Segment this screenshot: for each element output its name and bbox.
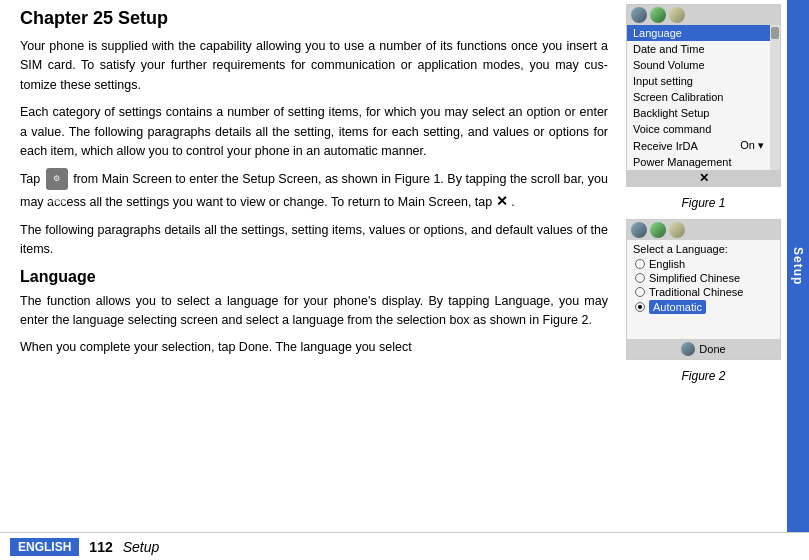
figure-1-header — [627, 5, 780, 25]
header-icon-3 — [669, 7, 685, 23]
menu-list: Language Date and Time Sound Volume Inpu… — [627, 25, 770, 170]
radio-dot-english — [635, 259, 645, 269]
header-icon-2 — [650, 7, 666, 23]
text-content: Chapter 25 Setup Your phone is supplied … — [0, 0, 622, 532]
menu-item-powermgmt[interactable]: Power Management — [627, 154, 770, 170]
setup-icon: ⚙Setup — [46, 168, 68, 190]
setup-side-tab[interactable]: Setup — [787, 0, 809, 532]
header-icon-1 — [631, 7, 647, 23]
radio-dot-automatic — [635, 302, 645, 312]
header-icon-6 — [669, 222, 685, 238]
menu-item-datetime[interactable]: Date and Time — [627, 41, 770, 57]
menu-item-voicecommand[interactable]: Voice command — [627, 121, 770, 137]
done-bar[interactable]: Done — [627, 339, 780, 359]
menu-item-language[interactable]: Language — [627, 25, 770, 41]
figure-2-box: Select a Language: English Simplified Ch… — [626, 219, 781, 360]
radio-dot-simplified — [635, 273, 645, 283]
done-icon — [681, 342, 695, 356]
menu-item-soundvolume[interactable]: Sound Volume — [627, 57, 770, 73]
radio-label-traditional: Traditional Chinese — [649, 286, 743, 298]
radio-automatic[interactable]: Automatic — [627, 299, 780, 315]
paragraph-1: Your phone is supplied with the capabili… — [20, 37, 608, 95]
close-icon: ✕ — [496, 191, 508, 213]
radio-traditional-chinese[interactable]: Traditional Chinese — [627, 285, 780, 299]
done-label: Done — [699, 343, 725, 355]
menu-item-inputsetting[interactable]: Input setting — [627, 73, 770, 89]
radio-dot-traditional — [635, 287, 645, 297]
close-bar[interactable]: ✕ — [627, 170, 780, 186]
figure-2-caption: Figure 2 — [626, 369, 781, 383]
radio-english[interactable]: English — [627, 257, 780, 271]
figure-1-menu: Language Date and Time Sound Volume Inpu… — [627, 25, 780, 170]
radio-label-simplified: Simplified Chinese — [649, 272, 740, 284]
menu-item-screencalibration[interactable]: Screen Calibration — [627, 89, 770, 105]
language-badge: ENGLISH — [10, 538, 79, 556]
paragraph-3: Tap ⚙Setup from Main Screen to enter the… — [20, 169, 608, 213]
select-language-label: Select a Language: — [627, 240, 780, 257]
paragraph-4: The following paragraphs details all the… — [20, 221, 608, 260]
page-number: 112 — [89, 539, 112, 555]
paragraph-2: Each category of settings contains a num… — [20, 103, 608, 161]
radio-label-automatic: Automatic — [649, 300, 706, 314]
header-icon-5 — [650, 222, 666, 238]
paragraph-6: When you complete your selection, tap Do… — [20, 338, 608, 357]
figures-panel: Language Date and Time Sound Volume Inpu… — [622, 0, 787, 532]
paragraph-5: The function allows you to select a lang… — [20, 292, 608, 331]
figure-1-box: Language Date and Time Sound Volume Inpu… — [626, 4, 781, 187]
language-section-title: Language — [20, 268, 608, 286]
scroll-thumb[interactable] — [771, 27, 779, 39]
chapter-title: Chapter 25 Setup — [20, 8, 608, 29]
figure-2-header — [627, 220, 780, 240]
menu-body: Language Date and Time Sound Volume Inpu… — [627, 25, 770, 170]
header-icon-4 — [631, 222, 647, 238]
footer-bar: ENGLISH 112 Setup — [0, 532, 809, 560]
scrollbar[interactable] — [770, 25, 780, 170]
spacer — [627, 315, 780, 335]
figure-1-caption: Figure 1 — [626, 196, 781, 210]
radio-label-english: English — [649, 258, 685, 270]
menu-item-receiveirda[interactable]: Receive IrDA On ▾ — [627, 137, 770, 154]
menu-item-backlightsetup[interactable]: Backlight Setup — [627, 105, 770, 121]
radio-simplified-chinese[interactable]: Simplified Chinese — [627, 271, 780, 285]
footer-section: Setup — [123, 539, 160, 555]
